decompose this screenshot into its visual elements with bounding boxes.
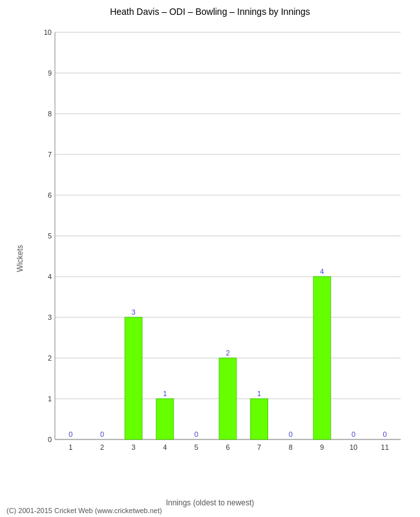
- svg-text:10: 10: [350, 443, 357, 451]
- svg-text:6: 6: [226, 443, 229, 451]
- svg-text:8: 8: [289, 443, 293, 451]
- svg-rect-28: [125, 317, 142, 439]
- svg-text:10: 10: [44, 28, 52, 36]
- svg-text:2: 2: [48, 354, 52, 362]
- svg-rect-31: [156, 399, 174, 439]
- svg-text:5: 5: [48, 232, 52, 240]
- svg-text:3: 3: [48, 313, 52, 321]
- svg-text:1: 1: [68, 443, 72, 451]
- svg-text:1: 1: [257, 390, 261, 397]
- svg-text:4: 4: [163, 443, 167, 451]
- svg-rect-36: [219, 358, 236, 439]
- svg-text:0: 0: [100, 430, 104, 438]
- svg-text:0: 0: [289, 430, 293, 438]
- chart-area: 012345678910010233140526170849010011: [36, 26, 407, 459]
- svg-text:7: 7: [48, 151, 52, 158]
- svg-text:3: 3: [132, 308, 136, 316]
- svg-text:4: 4: [320, 268, 324, 275]
- svg-text:0: 0: [48, 436, 52, 443]
- svg-text:9: 9: [48, 69, 52, 77]
- x-axis-label: Innings (oldest to newest): [166, 498, 255, 507]
- copyright-text: (C) 2001-2015 Cricket Web (www.cricketwe…: [6, 507, 162, 514]
- svg-rect-44: [313, 277, 331, 439]
- svg-text:0: 0: [68, 430, 72, 438]
- svg-text:8: 8: [48, 110, 52, 118]
- svg-text:0: 0: [194, 430, 198, 438]
- svg-text:9: 9: [320, 443, 324, 451]
- chart-svg: 012345678910010233140526170849010011: [36, 26, 407, 459]
- svg-text:2: 2: [226, 349, 229, 357]
- svg-text:2: 2: [100, 443, 104, 451]
- svg-text:11: 11: [381, 443, 389, 451]
- svg-text:7: 7: [257, 443, 261, 451]
- chart-title: Heath Davis – ODI – Bowling – Innings by…: [0, 0, 420, 20]
- svg-text:1: 1: [48, 395, 52, 403]
- svg-rect-39: [251, 399, 268, 439]
- svg-text:0: 0: [383, 430, 387, 438]
- chart-container: Heath Davis – ODI – Bowling – Innings by…: [0, 0, 420, 517]
- svg-text:3: 3: [132, 443, 136, 451]
- svg-text:0: 0: [352, 430, 355, 438]
- svg-text:4: 4: [48, 273, 52, 280]
- svg-text:5: 5: [194, 443, 198, 451]
- svg-text:6: 6: [48, 191, 52, 199]
- svg-text:1: 1: [163, 390, 167, 397]
- y-axis-label: Wickets: [16, 245, 25, 272]
